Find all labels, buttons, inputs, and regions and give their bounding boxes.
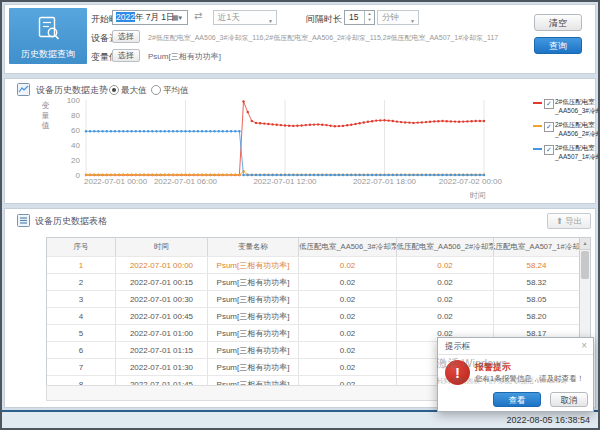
date-rest: 年 7月 1日 (135, 12, 175, 22)
table-header-cell: 序号 (47, 238, 116, 256)
stepper-arrows[interactable]: ▲ ▼ (364, 11, 374, 24)
table-cell: 58.24 (494, 257, 580, 273)
svg-text:20: 20 (71, 156, 80, 165)
table-panel-title: 设备历史数据表格 (35, 215, 107, 228)
table-cell: 2022-07-01 00:15 (116, 274, 208, 290)
table-cell: Psum[三相有功功率] (208, 257, 299, 273)
table-cell: 0.02 (397, 257, 494, 273)
export-label: 导出 (565, 216, 582, 226)
interval-stepper[interactable]: 15 ▲ ▼ (344, 10, 375, 25)
table-cell: Psum[三相有功功率] (208, 308, 299, 324)
table-cell: 58.20 (494, 308, 580, 324)
svg-text:60: 60 (71, 126, 80, 135)
close-icon[interactable]: × (581, 340, 587, 351)
spinner-down-icon[interactable]: ▼ (368, 17, 372, 22)
table-cell: Psum[三相有功功率] (208, 359, 299, 375)
legend-checkbox[interactable]: ✓ (544, 122, 554, 132)
query-button[interactable]: 查询 (534, 37, 582, 54)
legend-checkbox[interactable]: ✓ (544, 145, 554, 155)
table-cell: 0.02 (397, 274, 494, 290)
table-cell: 2022-07-01 00:30 (116, 291, 208, 307)
legend-checkbox[interactable]: ✓ (544, 99, 554, 109)
alert-message: 您有1条报警信息，请及时查看！ (475, 374, 584, 384)
table-header-cell: 2#低压配电室_AA507_1#冷却泵... (494, 238, 580, 256)
calendar-icon[interactable]: ▦▾ (172, 13, 185, 22)
interval-unit-value: 分钟 (382, 12, 399, 22)
svg-text:2022-07-02 00:00: 2022-07-02 00:00 (439, 177, 503, 186)
scrollbar-thumb[interactable] (581, 251, 589, 279)
legend-line-mark (533, 102, 542, 104)
table-cell: Psum[三相有功功率] (208, 325, 299, 341)
interval-unit-select[interactable]: 分钟 ▼ (377, 10, 419, 25)
table-header-row: 序号时间变量名称2#低压配电室_AA506_3#冷却泵...2#低压配电室_AA… (47, 238, 580, 256)
table-cell: 6 (47, 342, 116, 358)
table-cell: 0.02 (299, 325, 397, 341)
table-header-cell: 2#低压配电室_AA506_2#冷却泵... (397, 238, 494, 256)
table-row[interactable]: 22022-07-01 00:15Psum[三相有功功率]0.020.0258.… (47, 273, 580, 290)
table-cell: 2022-07-01 01:30 (116, 359, 208, 375)
cancel-button[interactable]: 取消 (550, 392, 588, 407)
spinner-up-icon[interactable]: ▲ (368, 11, 372, 16)
history-query-icon (38, 16, 60, 42)
svg-text:80: 80 (71, 111, 80, 120)
svg-text:时间: 时间 (470, 191, 486, 200)
table-cell: 2022-07-01 01:00 (116, 325, 208, 341)
chevron-down-icon: ▼ (268, 15, 273, 28)
table-cell: 2022-07-01 00:45 (116, 308, 208, 324)
table-cell: Psum[三相有功功率] (208, 274, 299, 290)
time-range-select[interactable]: 近1天 ▼ (213, 10, 277, 25)
table-cell: 0.02 (299, 308, 397, 324)
scrollbar-up-icon[interactable]: ▲ (580, 238, 590, 250)
table-cell: 2022-07-01 01:15 (116, 342, 208, 358)
sidebar-item-label: 历史数据查询 (9, 48, 87, 61)
table-cell: Psum[三相有功功率] (208, 291, 299, 307)
swap-range-icon[interactable]: ⇄ (194, 10, 202, 21)
clear-button[interactable]: 清空 (534, 14, 582, 31)
svg-text:0: 0 (76, 171, 81, 180)
table-cell: 0.02 (299, 257, 397, 273)
table-cell: 3 (47, 291, 116, 307)
table-panel-icon (17, 214, 30, 227)
table-row[interactable]: 32022-07-01 00:30Psum[三相有功功率]0.020.0258.… (47, 290, 580, 307)
legend-label[interactable]: 2#低压配电室_AA506_2#冷却泵 (555, 121, 600, 138)
interval-value: 15 (349, 12, 358, 22)
alert-dialog: 提示框 × ! 报警提示 您有1条报警信息，请及时查看！ 查看 取消 (437, 337, 594, 412)
table-row[interactable]: 42022-07-01 00:45Psum[三相有功功率]0.020.0258.… (47, 307, 580, 324)
table-header-cell: 变量名称 (208, 238, 299, 256)
export-icon: ⬆ (556, 216, 563, 226)
legend-line-mark (533, 125, 542, 127)
table-header-cell: 时间 (116, 238, 208, 256)
table-cell: 58.05 (494, 291, 580, 307)
trend-chart: 2022-07-01 00:002022-07-01 06:002022-07-… (5, 79, 597, 205)
table-cell: 0.02 (299, 274, 397, 290)
query-form-panel: 历史数据查询 开始时间： 2022年 7月 1日 ▦▾ ⇄ 近1天 ▼ 间隔时长… (4, 4, 596, 74)
legend-label[interactable]: 2#低压配电室_AA506_3#冷却泵 (555, 98, 600, 115)
table-cell: 7 (47, 359, 116, 375)
svg-text:40: 40 (71, 141, 80, 150)
legend-label[interactable]: 2#低压配电室_AA507_1#冷却泵 (555, 144, 600, 161)
start-date-input[interactable]: 2022年 7月 1日 ▦▾ (112, 10, 188, 25)
status-timestamp: 2022-08-05 16:38:54 (506, 415, 590, 425)
table-header-cell: 2#低压配电室_AA506_3#冷却泵... (299, 238, 397, 256)
table-cell: 58.32 (494, 274, 580, 290)
export-button[interactable]: ⬆ 导出 (547, 213, 591, 229)
table-cell: 0.02 (397, 291, 494, 307)
status-bar: 2022-08-05 16:38:54 (0, 410, 600, 430)
svg-text:2022-07-01 12:00: 2022-07-01 12:00 (253, 177, 317, 186)
table-cell: 5 (47, 325, 116, 341)
legend-line-mark (533, 148, 542, 150)
alert-title: 报警提示 (475, 361, 511, 374)
device-select-button[interactable]: 选择 (112, 30, 140, 43)
variable-select-button[interactable]: 选择 (112, 49, 140, 62)
table-cell: Psum[三相有功功率] (208, 342, 299, 358)
chart-legend: ✓2#低压配电室_AA506_3#冷却泵✓2#低压配电室_AA506_2#冷却泵… (531, 79, 597, 205)
chevron-down-icon: ▼ (410, 15, 415, 28)
dialog-titlebar: 提示框 × (438, 338, 593, 355)
time-range-value: 近1天 (218, 12, 240, 22)
device-value-text: 2#低压配电室_AA506_3#冷却泵_116,2#低压配电室_AA506_2#… (148, 33, 526, 43)
view-button[interactable]: 查看 (493, 392, 541, 407)
table-cell: 4 (47, 308, 116, 324)
table-cell: 1 (47, 257, 116, 273)
sidebar-item-history-query[interactable]: 历史数据查询 (9, 8, 87, 64)
table-row[interactable]: 12022-07-01 00:00Psum[三相有功功率]0.020.0258.… (47, 256, 580, 273)
